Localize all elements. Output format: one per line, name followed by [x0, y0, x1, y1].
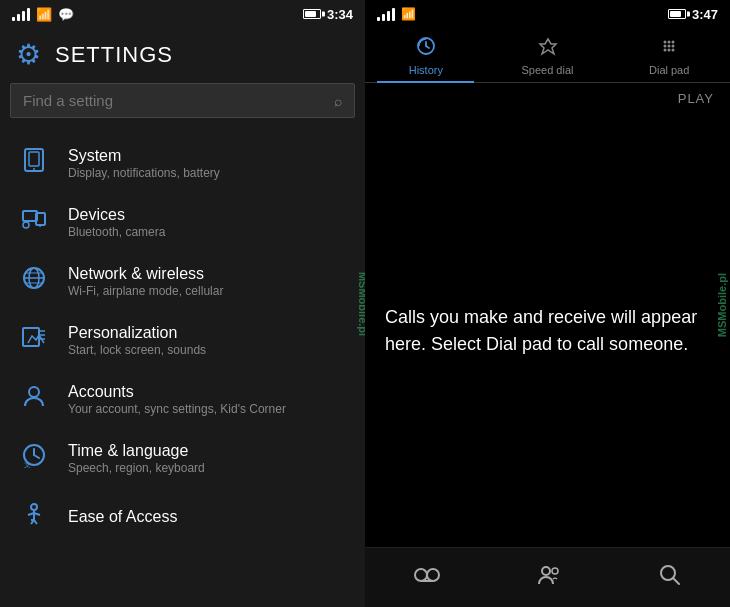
- time-left: 3:34: [327, 7, 353, 22]
- time-right: 3:47: [692, 7, 718, 22]
- settings-item-devices[interactable]: Devices Bluetooth, camera: [0, 193, 365, 252]
- svg-point-26: [664, 41, 667, 44]
- accounts-title: Accounts: [68, 383, 286, 401]
- play-button[interactable]: PLAY: [678, 91, 714, 106]
- ease-title: Ease of Access: [68, 508, 177, 526]
- ease-icon: [16, 500, 52, 535]
- signal-bars-right: [377, 7, 395, 21]
- svg-point-30: [668, 45, 671, 48]
- time-text: Time & language Speech, region, keyboard: [68, 442, 205, 475]
- message-icon-left: 💬: [58, 7, 74, 22]
- personalization-icon: [16, 323, 52, 358]
- signal-bars-left: [12, 7, 30, 21]
- dial-pad-tab-label: Dial pad: [649, 64, 689, 76]
- svg-marker-25: [540, 39, 556, 54]
- tab-dial-pad[interactable]: Dial pad: [608, 28, 730, 82]
- tab-speed-dial[interactable]: Speed dial: [487, 28, 609, 82]
- svg-point-34: [672, 49, 675, 52]
- phone-panel: 📶 3:47 History: [365, 0, 730, 607]
- wifi-icon-right: 📶: [401, 7, 416, 21]
- personalization-subtitle: Start, lock screen, sounds: [68, 343, 206, 357]
- svg-line-24: [426, 46, 429, 48]
- voicemail-icon[interactable]: [398, 556, 456, 600]
- settings-title: SETTINGS: [55, 42, 173, 68]
- search-input[interactable]: [23, 92, 334, 109]
- call-message-area: Calls you make and receive will appear h…: [365, 114, 730, 547]
- network-icon: [16, 264, 52, 299]
- devices-icon: [16, 205, 52, 240]
- network-subtitle: Wi-Fi, airplane mode, cellular: [68, 284, 223, 298]
- bottom-nav: [365, 547, 730, 607]
- history-tab-icon: [416, 36, 436, 61]
- system-icon: [16, 146, 52, 181]
- svg-point-38: [542, 567, 550, 575]
- svg-point-29: [664, 45, 667, 48]
- svg-point-33: [668, 49, 671, 52]
- svg-point-16: [29, 387, 39, 397]
- watermark-right: MSMobile.pl: [716, 273, 728, 337]
- gear-icon: ⚙: [16, 38, 41, 71]
- svg-point-21: [31, 504, 37, 510]
- search-icon-right[interactable]: [643, 556, 697, 600]
- search-icon: ⌕: [334, 93, 342, 109]
- search-bar[interactable]: ⌕: [10, 83, 355, 118]
- time-icon: 文: [16, 441, 52, 476]
- dial-pad-tab-icon: [659, 36, 679, 61]
- personalization-text: Personalization Start, lock screen, soun…: [68, 324, 206, 357]
- svg-rect-1: [29, 152, 39, 166]
- svg-text:文: 文: [24, 461, 31, 468]
- speed-dial-tab-icon: [538, 36, 558, 61]
- personalization-title: Personalization: [68, 324, 206, 342]
- settings-item-personalization[interactable]: Personalization Start, lock screen, soun…: [0, 311, 365, 370]
- network-title: Network & wireless: [68, 265, 223, 283]
- history-tab-label: History: [409, 64, 443, 76]
- svg-point-2: [33, 168, 35, 170]
- svg-point-27: [668, 41, 671, 44]
- svg-line-41: [673, 578, 679, 584]
- system-title: System: [68, 147, 220, 165]
- tab-history[interactable]: History: [365, 28, 487, 82]
- status-bar-left: 📶 💬 3:34: [0, 0, 365, 28]
- accounts-icon: [16, 382, 52, 417]
- play-bar: PLAY: [365, 83, 730, 114]
- svg-point-36: [427, 569, 439, 581]
- time-title: Time & language: [68, 442, 205, 460]
- settings-panel: 📶 💬 3:34 ⚙ SETTINGS ⌕: [0, 0, 365, 607]
- accounts-subtitle: Your account, sync settings, Kid's Corne…: [68, 402, 286, 416]
- svg-rect-3: [23, 211, 37, 221]
- devices-title: Devices: [68, 206, 165, 224]
- system-text: System Display, notifications, battery: [68, 147, 220, 180]
- ease-text: Ease of Access: [68, 508, 177, 527]
- tab-bar: History Speed dial: [365, 28, 730, 83]
- settings-item-network[interactable]: Network & wireless Wi-Fi, airplane mode,…: [0, 252, 365, 311]
- devices-subtitle: Bluetooth, camera: [68, 225, 165, 239]
- svg-point-32: [664, 49, 667, 52]
- settings-list: System Display, notifications, battery D…: [0, 134, 365, 607]
- svg-point-35: [415, 569, 427, 581]
- settings-item-time[interactable]: 文 Time & language Speech, region, keyboa…: [0, 429, 365, 488]
- watermark-left: MSMobile.pl: [357, 271, 365, 335]
- devices-text: Devices Bluetooth, camera: [68, 206, 165, 239]
- system-subtitle: Display, notifications, battery: [68, 166, 220, 180]
- network-text: Network & wireless Wi-Fi, airplane mode,…: [68, 265, 223, 298]
- svg-point-31: [672, 45, 675, 48]
- call-message-text: Calls you make and receive will appear h…: [385, 304, 710, 358]
- settings-item-accounts[interactable]: Accounts Your account, sync settings, Ki…: [0, 370, 365, 429]
- svg-point-28: [672, 41, 675, 44]
- speed-dial-tab-label: Speed dial: [522, 64, 574, 76]
- battery-icon-left: [303, 9, 321, 19]
- svg-point-4: [23, 222, 29, 228]
- battery-icon-right: [668, 9, 686, 19]
- time-subtitle: Speech, region, keyboard: [68, 461, 205, 475]
- wifi-icon-left: 📶: [36, 7, 52, 22]
- status-icons-left: 📶 💬: [12, 7, 74, 22]
- status-icons-right: 📶: [377, 7, 416, 21]
- settings-header: ⚙ SETTINGS: [0, 28, 365, 83]
- settings-item-ease[interactable]: Ease of Access: [0, 488, 365, 547]
- status-bar-right: 📶 3:47: [365, 0, 730, 28]
- contacts-icon[interactable]: [521, 556, 577, 600]
- settings-item-system[interactable]: System Display, notifications, battery: [0, 134, 365, 193]
- svg-line-19: [34, 455, 39, 458]
- accounts-text: Accounts Your account, sync settings, Ki…: [68, 383, 286, 416]
- svg-point-39: [552, 568, 558, 574]
